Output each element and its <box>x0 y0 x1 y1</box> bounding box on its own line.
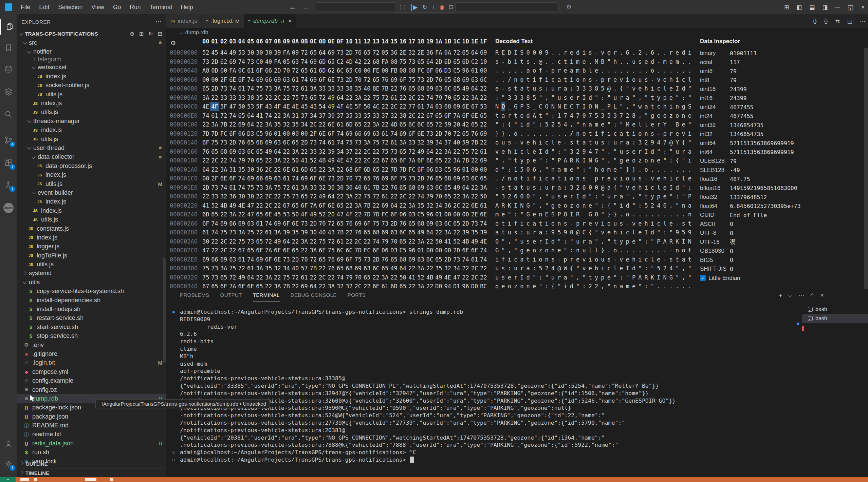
hex-byte[interactable]: 69 <box>327 48 335 57</box>
hex-byte[interactable]: 4E <box>345 102 353 111</box>
hex-byte[interactable]: 22 <box>399 93 407 102</box>
hex-byte[interactable]: C2 <box>470 57 479 66</box>
hex-byte[interactable]: 22 <box>318 264 327 273</box>
hex-byte[interactable]: 7D <box>363 210 371 219</box>
hex-byte[interactable]: 69 <box>264 174 273 183</box>
hex-byte[interactable]: 6F <box>228 129 237 138</box>
tree-item-user-thread[interactable]: user-thread <box>17 143 166 152</box>
tree-item-.env[interactable]: ⚙.env <box>17 341 166 349</box>
tree-item-data-processor.js[interactable]: JSdata-processor.js <box>17 161 166 170</box>
hex-byte[interactable]: 2C <box>273 93 282 102</box>
hex-byte[interactable]: 65 <box>255 147 264 156</box>
hex-byte[interactable]: 68 <box>416 219 425 228</box>
hex-byte[interactable]: 73 <box>210 264 219 273</box>
hex-byte[interactable]: 76 <box>381 255 389 264</box>
hex-byte[interactable]: 22 <box>273 192 282 201</box>
hex-byte[interactable]: 22 <box>389 192 398 201</box>
panel-tab-debug-console[interactable]: DEBUG CONSOLE <box>291 289 337 302</box>
hex-byte[interactable]: 73 <box>255 183 264 192</box>
menu-terminal[interactable]: Terminal <box>145 0 176 14</box>
section-timeline[interactable]: TIMELINE <box>17 468 166 477</box>
hex-byte[interactable]: 34 <box>336 147 345 156</box>
hex-byte[interactable]: 2C <box>318 273 327 282</box>
hex-byte[interactable]: 22 <box>381 165 389 174</box>
hex-byte[interactable]: C2 <box>336 57 345 66</box>
activity-testing[interactable]: 1 <box>0 177 17 193</box>
hex-byte[interactable]: 69 <box>201 255 210 264</box>
hex-byte[interactable]: 64 <box>425 147 434 156</box>
hex-byte[interactable]: 6C <box>371 264 380 273</box>
hex-byte[interactable]: 22 <box>416 111 425 120</box>
hex-byte[interactable]: FC <box>407 165 416 174</box>
hex-byte[interactable]: 6E <box>470 111 479 120</box>
hex-byte[interactable]: 74 <box>291 174 300 183</box>
hex-byte[interactable]: 6F <box>416 165 425 174</box>
hex-byte[interactable]: 22 <box>201 156 210 165</box>
hex-byte[interactable]: 2C <box>210 156 219 165</box>
hex-byte[interactable]: 65 <box>363 48 371 57</box>
hex-byte[interactable]: 2F <box>210 174 219 183</box>
new-file-icon[interactable]: ⊕ <box>130 31 134 37</box>
hex-byte[interactable]: 65 <box>407 228 416 237</box>
hex-byte[interactable]: 3A <box>309 246 318 255</box>
hex-byte[interactable]: 3A <box>452 156 461 165</box>
hex-byte[interactable]: C5 <box>399 246 407 255</box>
hex-byte[interactable]: 4B <box>318 156 327 165</box>
hex-byte[interactable]: 47 <box>228 102 237 111</box>
hex-byte[interactable]: 3A <box>363 138 371 147</box>
hex-byte[interactable]: 39 <box>479 228 488 237</box>
decoded-text[interactable]: :"33385","userId":"ura","type":" <box>495 93 694 103</box>
hex-byte[interactable]: 59 <box>461 138 470 147</box>
hex-byte[interactable]: 3A <box>399 138 407 147</box>
hex-byte[interactable]: 63 <box>237 147 246 156</box>
hex-byte[interactable]: 73 <box>210 273 219 282</box>
hex-byte[interactable]: 22 <box>461 93 470 102</box>
hex-byte[interactable]: 01 <box>434 210 443 219</box>
tree-item-src[interactable]: src <box>17 38 166 47</box>
hex-byte[interactable]: 65 <box>416 57 425 66</box>
hex-byte[interactable]: 3A <box>291 147 300 156</box>
hex-byte[interactable]: 22 <box>461 264 470 273</box>
hex-byte[interactable]: 64 <box>318 48 327 57</box>
hex-byte[interactable]: 41 <box>443 237 452 246</box>
hex-byte[interactable]: 50 <box>434 237 443 246</box>
hex-byte[interactable]: 65 <box>479 111 488 120</box>
hex-byte[interactable]: 6C <box>336 66 345 75</box>
hex-byte[interactable]: 53 <box>479 102 488 111</box>
hex-byte[interactable]: 6D <box>318 57 327 66</box>
hex-byte[interactable]: 69 <box>425 219 434 228</box>
hex-byte[interactable]: 4E <box>282 102 291 111</box>
activity-settings[interactable]: 1 <box>0 456 17 471</box>
hex-byte[interactable]: 79 <box>345 273 353 282</box>
hex-byte[interactable]: 00 <box>201 75 210 84</box>
hex-byte[interactable]: 22 <box>425 237 434 246</box>
hex-byte[interactable]: 6C <box>434 183 443 192</box>
stop-icon[interactable]: ◉ <box>440 4 445 11</box>
activity-search[interactable] <box>0 107 17 122</box>
hex-byte[interactable]: 49 <box>416 147 425 156</box>
hex-byte[interactable]: 35 <box>354 84 363 93</box>
hex-byte[interactable]: 74 <box>246 255 255 264</box>
hex-byte[interactable]: 70 <box>389 237 398 246</box>
tree-item-index.js[interactable]: JSindex.js <box>17 206 166 215</box>
hex-byte[interactable]: 73 <box>389 147 398 156</box>
hex-byte[interactable]: 69 <box>381 228 389 237</box>
hex-byte[interactable]: 22 <box>461 201 470 210</box>
hex-byte[interactable]: 75 <box>282 273 291 282</box>
hex-byte[interactable]: 47 <box>452 273 461 282</box>
hex-byte[interactable]: 65 <box>407 84 416 93</box>
hex-byte[interactable]: 39 <box>461 228 470 237</box>
hex-byte[interactable]: 22 <box>255 201 264 210</box>
step-icon[interactable]: ↑ <box>432 4 435 11</box>
tree-item-index.js[interactable]: JSindex.js <box>17 233 166 242</box>
hex-settings-gear-icon[interactable]: ⚙ <box>170 39 176 47</box>
hex-byte[interactable]: 74 <box>201 111 210 120</box>
hex-byte[interactable]: 00 <box>219 66 228 75</box>
hex-byte[interactable]: 69 <box>237 120 246 129</box>
hex-byte[interactable]: 65 <box>399 147 407 156</box>
hex-byte[interactable]: 72 <box>309 192 318 201</box>
decoded-text[interactable]: G","geozone":null}.o........-not <box>495 246 694 255</box>
decoded-text[interactable]: d":1506,"name":"home"}}.o....... <box>495 165 694 175</box>
hex-byte[interactable]: 66 <box>255 174 264 183</box>
hex-byte[interactable]: 75 <box>237 237 246 246</box>
